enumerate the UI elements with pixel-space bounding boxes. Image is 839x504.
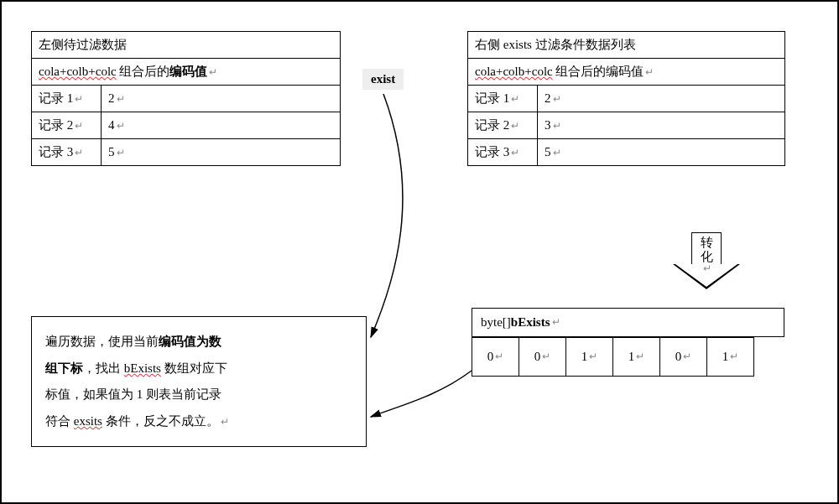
byte-cell: 1↵ [613,337,660,377]
row-val: 2↵ [102,86,341,112]
row-val: 5↵ [538,139,785,166]
table-row: 记录 3↵ 5↵ [468,139,785,166]
left-table-title: 左侧待过滤数据 [32,32,341,59]
left-table-header-cols: cola+colb+colc [39,65,117,78]
left-table-header: cola+colb+colc 组合后的编码值↵ [32,59,341,86]
byte-array-cells: 0↵ 0↵ 1↵ 1↵ 0↵ 1↵ [472,337,784,377]
table-row: 记录 3↵ 5↵ [32,139,341,166]
byte-cell: 0↵ [660,337,707,377]
row-val: 3↵ [538,112,785,139]
left-table-wrapper: 左侧待过滤数据 cola+colb+colc 组合后的编码值↵ 记录 1↵ 2↵… [31,31,341,166]
convert-label: 转化↵ [698,236,715,274]
byte-cell: 0↵ [472,337,519,377]
left-table: 左侧待过滤数据 cola+colb+colc 组合后的编码值↵ 记录 1↵ 2↵… [31,31,341,166]
row-val: 5↵ [102,139,341,166]
right-table-header: cola+colb+colc 组合后的编码值↵ [468,59,785,86]
byte-cell: 0↵ [519,337,566,377]
table-row: 记录 2↵ 3↵ [468,112,785,139]
byte-cell: 1↵ [707,337,754,377]
table-row: 记录 1↵ 2↵ [468,86,785,112]
table-row: 记录 1↵ 2↵ [32,86,341,112]
row-key: 记录 3↵ [32,139,102,166]
exist-label: exist [362,69,404,90]
row-key: 记录 1↵ [468,86,538,112]
row-val: 4↵ [102,112,341,139]
diagram-frame: 左侧待过滤数据 cola+colb+colc 组合后的编码值↵ 记录 1↵ 2↵… [0,0,839,504]
description-text: 遍历数据，使用当前编码值为数 组下标，找出 bExists 数组对应下 标值，如… [45,329,352,434]
row-key: 记录 2↵ [468,112,538,139]
row-val: 2↵ [538,86,785,112]
byte-array-wrapper: byte[] bExists↵ 0↵ 0↵ 1↵ 1↵ 0↵ 1↵ [472,308,784,377]
right-table-title: 右侧 exists 过滤条件数据列表 [468,32,785,59]
right-table-wrapper: 右侧 exists 过滤条件数据列表 cola+colb+colc 组合后的编码… [467,31,785,166]
row-key: 记录 1↵ [32,86,102,112]
right-table-header-cols: cola+colb+colc [475,65,553,78]
table-row: 记录 2↵ 4↵ [32,112,341,139]
row-key: 记录 2↵ [32,112,102,139]
convert-arrow-down-icon: 转化↵ [673,232,740,299]
byte-cell: 1↵ [566,337,613,377]
byte-array-header: byte[] bExists↵ [472,308,784,337]
row-key: 记录 3↵ [468,139,538,166]
right-table: 右侧 exists 过滤条件数据列表 cola+colb+colc 组合后的编码… [467,31,785,166]
description-box: 遍历数据，使用当前编码值为数 组下标，找出 bExists 数组对应下 标值，如… [31,316,367,447]
